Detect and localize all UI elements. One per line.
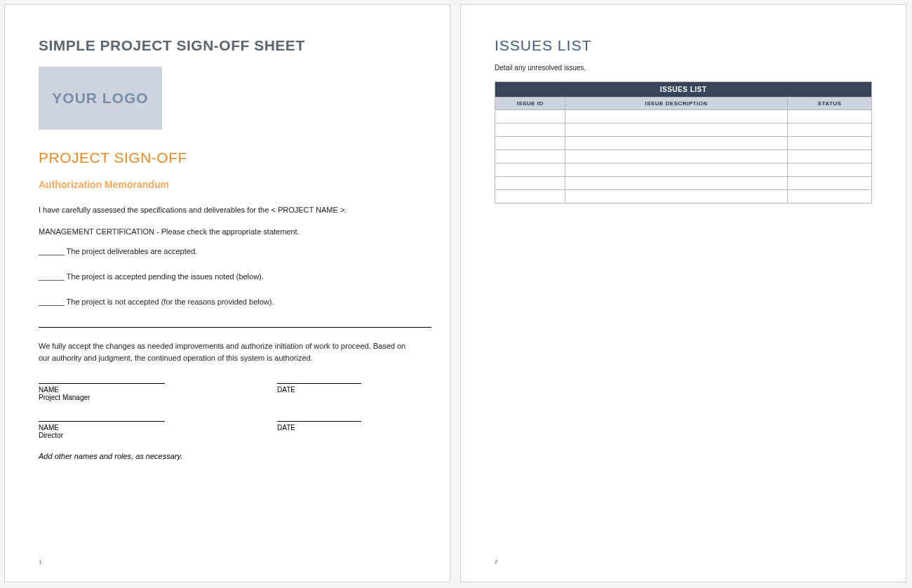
document-title: SIMPLE PROJECT SIGN-OFF SHEET [39,37,416,54]
option-accepted: ______ The project deliverables are acce… [39,247,416,255]
table-cell-status [788,137,872,150]
table-cell-id [495,137,565,150]
role-project-manager: Project Manager [39,394,165,401]
option-not-accepted: ______ The project is not accepted (for … [39,298,416,306]
table-row [495,123,872,137]
table-row [495,110,872,123]
table-cell-id [495,163,565,177]
table-cell-desc [565,177,788,190]
date-label: DATE [277,424,361,432]
intro-text: I have carefully assessed the specificat… [39,204,416,216]
table-cell-desc [565,137,788,150]
option-pending: ______ The project is accepted pending t… [39,272,416,281]
table-cell-id [495,177,565,190]
mgmt-cert-text: MANAGEMENT CERTIFICATION - Please check … [39,226,416,238]
issues-list-subtitle: Detail any unresolved issues. [495,64,872,72]
signature-row-2: NAME Director DATE [39,421,416,439]
table-row [495,190,872,203]
page-1: SIMPLE PROJECT SIGN-OFF SHEET YOUR LOGO … [4,4,450,582]
col-issue-desc: ISSUE DESCRIPTION [565,98,788,110]
table-cell-desc [565,163,788,177]
table-row [495,177,872,190]
add-names-note: Add other names and roles, as necessary. [39,452,416,460]
table-cell-id [495,110,565,123]
table-cell-id [495,150,565,163]
table-title-row: ISSUES LIST [495,82,872,98]
signature-row-1: NAME Project Manager DATE [39,383,416,401]
issues-list-title: ISSUES LIST [495,37,872,54]
table-cell-status [788,190,872,203]
section-heading-signoff: PROJECT SIGN-OFF [39,149,416,166]
table-cell-status [788,150,872,163]
table-cell-desc [565,110,788,123]
signature-date-director: DATE [277,421,361,439]
table-cell-desc [565,123,788,137]
page-number-2: 2 [495,559,497,565]
logo-placeholder: YOUR LOGO [39,67,162,130]
table-cell-desc [565,150,788,163]
table-row [495,137,872,150]
name-label: NAME [39,424,165,432]
table-cell-status [788,177,872,190]
signature-date-pm: DATE [277,383,361,401]
table-row [495,163,872,177]
divider-line [39,327,431,328]
table-cell-desc [565,190,788,203]
table-cell-status [788,123,872,137]
col-issue-status: STATUS [788,98,872,110]
table-cell-status [788,163,872,177]
table-row [495,150,872,163]
role-director: Director [39,432,165,439]
signature-name-pm: NAME Project Manager [39,383,165,401]
table-cell-id [495,123,565,137]
date-label: DATE [277,386,361,394]
sub-heading-auth-memo: Authorization Memorandum [39,179,416,190]
name-label: NAME [39,386,165,394]
page-number-1: 1 [39,559,41,565]
page-2: ISSUES LIST Detail any unresolved issues… [460,4,906,582]
signature-name-director: NAME Director [39,421,165,439]
col-issue-id: ISSUE ID [495,98,565,110]
table-cell-status [788,110,872,123]
issues-table: ISSUES LIST ISSUE ID ISSUE DESCRIPTION S… [495,81,872,203]
acceptance-text: We fully accept the changes as needed im… [39,340,416,363]
table-cell-id [495,190,565,203]
